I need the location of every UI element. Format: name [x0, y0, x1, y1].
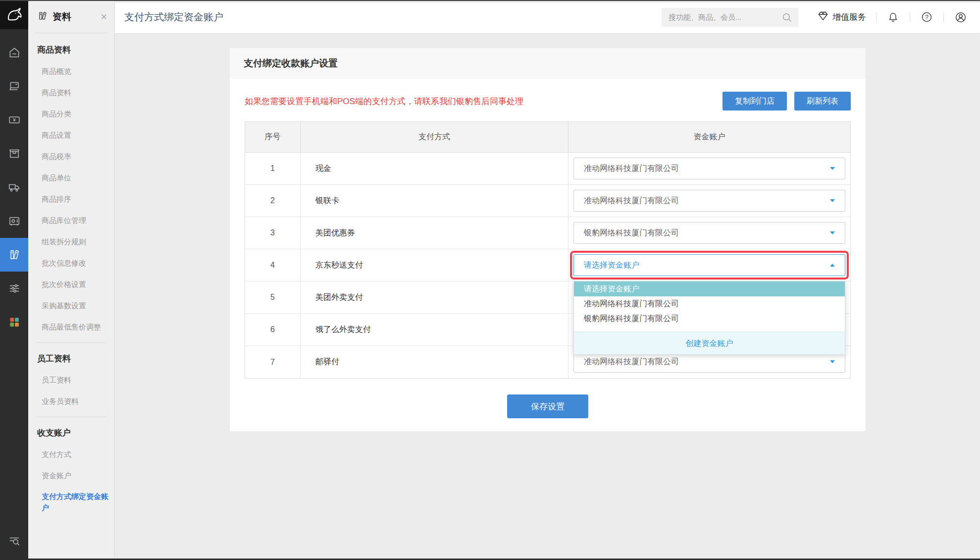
- caret-down-icon: [830, 199, 835, 202]
- fund-account-dropdown: 请选择资金账户准动网络科技厦门有限公司银豹网络科技厦门有限公司创建资金账户: [573, 281, 845, 355]
- column-header-method: 支付方式: [301, 122, 568, 152]
- sidebar: 资料 ✕ 商品资料商品概览商品资料商品分类商品设置商品税率商品单位商品排序商品库…: [28, 1, 115, 559]
- fund-account-select[interactable]: 银豹网络科技厦门有限公司: [573, 222, 845, 244]
- sidebar-item[interactable]: 商品最低售价调整: [28, 316, 114, 337]
- fund-account-select[interactable]: 准动网络科技厦门有限公司: [573, 190, 845, 212]
- save-row: 保存设置: [245, 394, 851, 418]
- sidebar-title: 资料: [52, 10, 71, 23]
- notice-row: 如果您需要设置手机端和POS端的支付方式，请联系我们银豹售后同事处理 复制到门店…: [245, 92, 851, 111]
- notice-text: 如果您需要设置手机端和POS端的支付方式，请联系我们银豹售后同事处理: [245, 96, 523, 107]
- account-icon[interactable]: [944, 11, 969, 24]
- pospal-leopard-logo-icon[interactable]: [0, 1, 28, 29]
- search-box: [662, 8, 798, 27]
- table-row: 4京东秒送支付请选择资金账户请选择资金账户准动网络科技厦门有限公司银豹网络科技厦…: [245, 249, 850, 281]
- search-icon[interactable]: [781, 11, 793, 25]
- sidebar-item[interactable]: 商品税率: [28, 146, 114, 167]
- sidebar-item[interactable]: 批次信息修改: [28, 252, 114, 274]
- icon-rail: ¥: [0, 1, 28, 559]
- list-search-icon[interactable]: [0, 527, 28, 555]
- sidebar-item[interactable]: 业务员资料: [28, 391, 114, 412]
- app-window: ¥ 资料 ✕ 商品资料商品概览商品资料商品分类商品设置商品税率商品单位商品排序商…: [0, 0, 980, 560]
- caret-down-icon: [830, 167, 835, 170]
- table-row: 3美团优惠券银豹网络科技厦门有限公司: [245, 217, 850, 249]
- row-index: 2: [245, 185, 301, 217]
- row-index: 3: [245, 217, 301, 249]
- fund-account-cell: 准动网络科技厦门有限公司: [568, 185, 850, 217]
- payment-method-name: 美团优惠券: [301, 217, 568, 249]
- topbar-right: 增值服务 ?: [662, 8, 969, 27]
- data-files-icon: [37, 10, 48, 23]
- data-files-icon[interactable]: [0, 238, 28, 272]
- sidebar-item[interactable]: 商品分类: [28, 103, 114, 124]
- table-body: 1现金准动网络科技厦门有限公司2银联卡准动网络科技厦门有限公司3美团优惠券银豹网…: [245, 153, 850, 378]
- payment-method-name: 京东秒送支付: [301, 249, 568, 281]
- truck-icon[interactable]: [0, 170, 28, 204]
- sidebar-section-divider: [36, 417, 106, 417]
- sidebar-item[interactable]: 采购基数设置: [28, 295, 114, 316]
- svg-text:?: ?: [925, 14, 928, 21]
- save-settings-button[interactable]: 保存设置: [507, 394, 588, 418]
- sidebar-item[interactable]: 商品排序: [28, 188, 114, 210]
- sliders-icon[interactable]: [0, 272, 28, 305]
- apps-grid-icon[interactable]: [0, 305, 28, 339]
- payment-method-name: 美团外卖支付: [301, 281, 568, 313]
- sidebar-item[interactable]: 商品概览: [28, 60, 114, 82]
- dropdown-option[interactable]: 准动网络科技厦门有限公司: [574, 296, 845, 311]
- banknote-icon[interactable]: ¥: [0, 103, 28, 137]
- pos-terminal-icon[interactable]: [0, 69, 28, 103]
- fund-account-select-value: 银豹网络科技厦门有限公司: [584, 228, 679, 238]
- value-added-services[interactable]: 增值服务: [817, 10, 866, 24]
- home-icon[interactable]: [0, 36, 28, 69]
- refresh-list-button[interactable]: 刷新列表: [794, 92, 851, 111]
- row-index: 4: [245, 249, 301, 281]
- fund-account-select-value: 准动网络科技厦门有限公司: [584, 357, 679, 367]
- content: 支付绑定收款账户设置 如果您需要设置手机端和POS端的支付方式，请联系我们银豹售…: [115, 34, 980, 559]
- dropdown-options: 请选择资金账户准动网络科技厦门有限公司银豹网络科技厦门有限公司: [574, 281, 845, 332]
- sidebar-item[interactable]: 员工资料: [28, 369, 114, 391]
- payment-method-name: 邮驿付: [301, 346, 568, 378]
- row-index: 5: [245, 281, 301, 313]
- sidebar-section-header: 商品资料: [28, 39, 114, 60]
- sidebar-item[interactable]: 批次价格设置: [28, 274, 114, 295]
- sidebar-item[interactable]: 商品单位: [28, 167, 114, 188]
- caret-up-icon: [830, 264, 835, 267]
- main-area: 支付方式绑定资金账户 增值服务 ?: [115, 1, 980, 559]
- payment-method-name: 现金: [301, 153, 568, 184]
- column-header-no: 序号: [245, 122, 301, 152]
- action-buttons: 复制到门店 刷新列表: [722, 92, 851, 111]
- sidebar-item[interactable]: 商品资料: [28, 82, 114, 103]
- safe-icon[interactable]: [0, 204, 28, 238]
- caret-down-icon: [830, 360, 835, 363]
- sidebar-section-header: 收支账户: [28, 422, 114, 444]
- dropdown-option[interactable]: 银豹网络科技厦门有限公司: [574, 311, 845, 326]
- help-icon[interactable]: ?: [910, 11, 943, 23]
- package-icon[interactable]: [0, 137, 28, 170]
- table-header-row: 序号 支付方式 资金账户: [245, 122, 850, 153]
- sidebar-item[interactable]: 组装拆分规则: [28, 231, 114, 252]
- sidebar-item[interactable]: 资金账户: [28, 465, 114, 486]
- close-icon[interactable]: ✕: [101, 12, 107, 22]
- copy-to-store-button[interactable]: 复制到门店: [722, 92, 787, 111]
- settings-card: 支付绑定收款账户设置 如果您需要设置手机端和POS端的支付方式，请联系我们银豹售…: [230, 48, 866, 431]
- sidebar-section-divider: [36, 342, 106, 343]
- table-row: 1现金准动网络科技厦门有限公司: [245, 153, 850, 185]
- card-header: 支付绑定收款账户设置: [230, 48, 866, 79]
- sidebar-menu: 商品资料商品概览商品资料商品分类商品设置商品税率商品单位商品排序商品库位管理组装…: [28, 33, 114, 518]
- search-input[interactable]: [662, 8, 798, 27]
- fund-account-cell: 银豹网络科技厦门有限公司: [568, 217, 850, 249]
- payment-method-name: 饿了么外卖支付: [301, 314, 568, 345]
- sidebar-item[interactable]: 商品库位管理: [28, 210, 114, 231]
- payment-table: 序号 支付方式 资金账户 1现金准动网络科技厦门有限公司2银联卡准动网络科技厦门…: [245, 121, 851, 379]
- svg-text:¥: ¥: [13, 117, 16, 122]
- notifications-bell-icon[interactable]: [877, 11, 910, 23]
- table-row: 2银联卡准动网络科技厦门有限公司: [245, 185, 850, 217]
- dropdown-option-selected[interactable]: 请选择资金账户: [574, 281, 845, 296]
- sidebar-item[interactable]: 支付方式: [28, 444, 114, 465]
- fund-account-select[interactable]: 请选择资金账户: [573, 254, 845, 276]
- sidebar-item-active[interactable]: 支付方式绑定资金账户: [28, 486, 114, 518]
- sidebar-item[interactable]: 商品设置: [28, 124, 114, 146]
- rail-items: ¥: [0, 29, 28, 339]
- topbar: 支付方式绑定资金账户 增值服务 ?: [115, 1, 980, 34]
- create-fund-account-link[interactable]: 创建资金账户: [574, 332, 845, 354]
- fund-account-select[interactable]: 准动网络科技厦门有限公司: [573, 158, 845, 179]
